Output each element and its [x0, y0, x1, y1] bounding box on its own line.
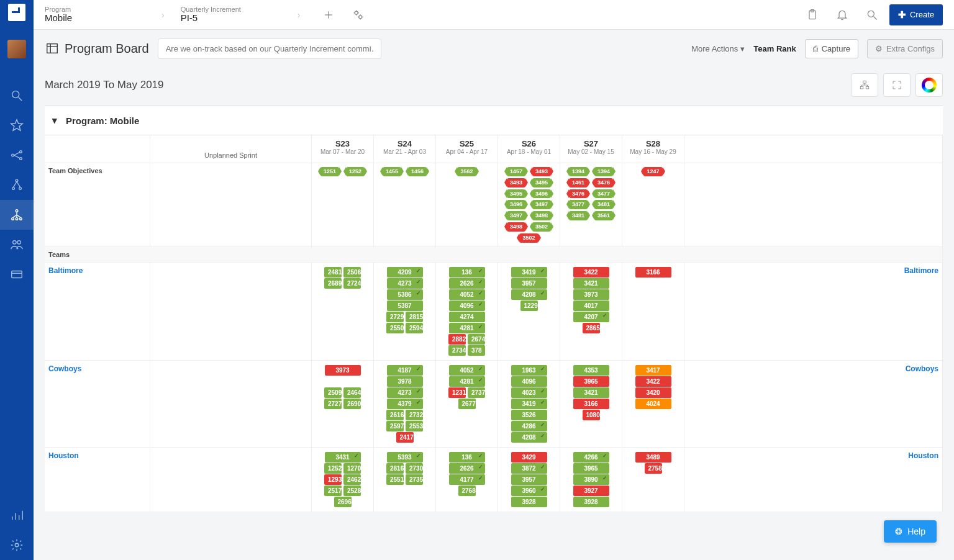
work-card[interactable]: 4017 — [573, 300, 609, 311]
work-card[interactable]: 3957 — [511, 474, 547, 485]
work-card[interactable]: 2815 — [406, 312, 423, 322]
work-card[interactable]: 4353 — [573, 365, 609, 376]
work-card[interactable]: 2690 — [343, 399, 361, 409]
work-card[interactable]: 2677 — [458, 399, 476, 409]
objective-chip[interactable]: 3477 — [594, 189, 613, 199]
work-card[interactable]: 2481 — [324, 267, 342, 278]
work-card[interactable]: 2724 — [343, 278, 361, 289]
objective-chip[interactable]: 3481 — [569, 211, 588, 220]
objective-chip[interactable]: 1247 — [643, 167, 662, 176]
objective-chip[interactable]: 3562 — [457, 167, 476, 176]
work-card[interactable]: 2734 — [448, 345, 466, 356]
more-actions-dropdown[interactable]: More Actions ▾ — [691, 44, 745, 53]
extra-configs-button[interactable]: ⚙Extra Configs — [867, 39, 943, 58]
work-card[interactable]: 4052 — [449, 365, 485, 376]
work-card[interactable]: 3928 — [511, 497, 547, 507]
work-card[interactable]: 4379 — [387, 399, 423, 409]
nav-people-icon[interactable] — [0, 230, 34, 260]
fullscreen-button[interactable] — [883, 73, 911, 97]
team-row-label[interactable]: Baltimore — [45, 263, 150, 361]
work-card[interactable]: 3429 — [511, 452, 547, 463]
question-input[interactable] — [158, 38, 381, 59]
work-card[interactable]: 3417 — [635, 365, 671, 376]
team-row-right-label[interactable]: Baltimore — [684, 263, 943, 361]
objective-chip[interactable]: 3497 — [532, 200, 551, 209]
work-card[interactable]: 1252 — [324, 463, 342, 474]
work-card[interactable]: 4096 — [449, 300, 485, 311]
objective-chip[interactable]: 3495 — [532, 178, 551, 187]
breadcrumb-increment[interactable]: Quarterly Increment PI-5 — [181, 6, 280, 24]
objective-chip[interactable]: 3561 — [594, 211, 613, 220]
program-section-header[interactable]: ▾ Program: Mobile — [45, 106, 943, 135]
work-card[interactable]: 5393 — [387, 452, 423, 463]
work-card[interactable]: 2865 — [583, 323, 600, 333]
work-card[interactable]: 2553 — [406, 421, 423, 431]
work-card[interactable]: 2597 — [386, 421, 404, 431]
work-card[interactable]: 3957 — [511, 278, 547, 289]
work-card[interactable]: 2551 — [386, 474, 404, 485]
nav-settings-icon[interactable] — [0, 530, 34, 560]
hierarchy-view-button[interactable] — [851, 73, 878, 97]
work-card[interactable]: 4273 — [387, 387, 423, 398]
work-card[interactable]: 4208 — [511, 432, 547, 443]
work-card[interactable]: 2417 — [396, 432, 414, 443]
objective-chip[interactable]: 3498 — [507, 222, 525, 232]
work-card[interactable]: 3973 — [325, 365, 361, 376]
work-card[interactable]: 4274 — [449, 312, 485, 322]
work-card[interactable]: 136 — [449, 267, 485, 278]
work-card[interactable]: 2735 — [406, 474, 423, 485]
work-card[interactable]: 2727 — [324, 399, 342, 409]
add-icon[interactable] — [321, 7, 336, 22]
work-card[interactable]: 3419 — [511, 399, 547, 409]
objective-chip[interactable]: 1251 — [320, 167, 339, 176]
nav-org-icon[interactable] — [0, 200, 34, 230]
work-card[interactable]: 4266 — [573, 452, 609, 463]
work-card[interactable]: 3928 — [573, 497, 609, 507]
search-icon[interactable] — [865, 7, 879, 22]
objective-chip[interactable]: 1461 — [569, 178, 588, 187]
work-card[interactable]: 3927 — [573, 485, 609, 496]
objective-chip[interactable]: 1394 — [569, 167, 588, 176]
work-card[interactable]: 4052 — [449, 289, 485, 300]
work-card[interactable]: 4281 — [449, 376, 485, 387]
work-card[interactable]: 3422 — [635, 376, 671, 387]
objective-chip[interactable]: 3476 — [594, 178, 613, 187]
work-card[interactable]: 3420 — [635, 387, 671, 398]
objective-chip[interactable]: 1252 — [346, 167, 365, 176]
objective-chip[interactable]: 1456 — [408, 167, 427, 176]
work-card[interactable]: 378 — [468, 345, 485, 356]
objective-chip[interactable]: 3502 — [532, 222, 551, 232]
work-card[interactable]: 3973 — [573, 289, 609, 300]
work-card[interactable]: 1963 — [511, 365, 547, 376]
work-card[interactable]: 3421 — [573, 278, 609, 289]
work-card[interactable]: 2550 — [386, 323, 404, 333]
capture-button[interactable]: ⎙Capture — [805, 39, 858, 58]
work-card[interactable]: 2730 — [406, 463, 423, 474]
gears-icon[interactable] — [351, 7, 366, 22]
app-logo[interactable] — [8, 4, 25, 21]
objective-chip[interactable]: 3497 — [507, 211, 525, 220]
nav-card-icon[interactable] — [0, 260, 34, 289]
work-card[interactable]: 3421 — [573, 387, 609, 398]
work-card[interactable]: 3422 — [573, 267, 609, 278]
breadcrumb-program[interactable]: Program Mobile — [45, 6, 144, 24]
work-card[interactable]: 3419 — [511, 267, 547, 278]
work-card[interactable]: 1293 — [324, 474, 342, 485]
nav-favorites-icon[interactable] — [0, 111, 34, 140]
work-card[interactable]: 5387 — [387, 300, 423, 311]
clipboard-icon[interactable] — [805, 7, 820, 22]
objective-chip[interactable]: 3495 — [507, 189, 525, 199]
objective-chip[interactable]: 3496 — [507, 200, 525, 209]
nav-analytics-icon[interactable] — [0, 500, 34, 530]
work-card[interactable]: 2689 — [324, 278, 342, 289]
work-card[interactable]: 3890 — [573, 474, 609, 485]
work-card[interactable]: 881 — [325, 376, 361, 387]
work-card[interactable]: 4177 — [449, 474, 485, 485]
user-avatar[interactable] — [7, 40, 26, 58]
nav-search-icon[interactable] — [0, 81, 34, 111]
color-settings-button[interactable] — [915, 73, 943, 97]
objective-chip[interactable]: 3502 — [519, 233, 538, 243]
objective-chip[interactable]: 3493 — [532, 167, 551, 176]
work-card[interactable]: 3960 — [511, 485, 547, 496]
bell-icon[interactable] — [835, 7, 850, 22]
